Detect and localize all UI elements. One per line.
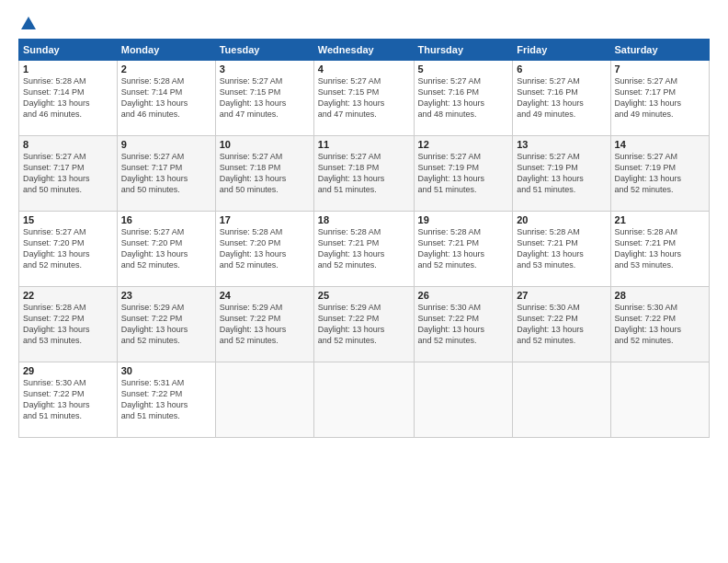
day-detail: Sunrise: 5:27 AM Sunset: 7:20 PM Dayligh… — [121, 226, 211, 271]
day-number: 9 — [121, 139, 211, 150]
col-header-saturday: Saturday — [610, 40, 709, 61]
calendar-cell: 25Sunrise: 5:29 AM Sunset: 7:22 PM Dayli… — [313, 287, 414, 362]
day-detail: Sunrise: 5:27 AM Sunset: 7:16 PM Dayligh… — [517, 75, 606, 121]
day-detail: Sunrise: 5:27 AM Sunset: 7:19 PM Dayligh… — [418, 151, 509, 196]
calendar-cell: 15Sunrise: 5:27 AM Sunset: 7:20 PM Dayli… — [19, 212, 118, 287]
header — [18, 17, 710, 28]
col-header-tuesday: Tuesday — [215, 40, 313, 61]
day-detail: Sunrise: 5:28 AM Sunset: 7:14 PM Dayligh… — [23, 75, 113, 121]
day-detail: Sunrise: 5:27 AM Sunset: 7:20 PM Dayligh… — [23, 226, 113, 271]
calendar-cell — [313, 362, 414, 438]
calendar-cell: 29Sunrise: 5:30 AM Sunset: 7:22 PM Dayli… — [19, 362, 118, 438]
calendar-cell: 19Sunrise: 5:28 AM Sunset: 7:21 PM Dayli… — [414, 212, 513, 287]
day-number: 12 — [418, 139, 509, 150]
calendar-cell: 2Sunrise: 5:28 AM Sunset: 7:14 PM Daylig… — [117, 61, 215, 136]
day-detail: Sunrise: 5:27 AM Sunset: 7:19 PM Dayligh… — [615, 151, 705, 196]
day-detail: Sunrise: 5:29 AM Sunset: 7:22 PM Dayligh… — [318, 302, 410, 347]
day-detail: Sunrise: 5:28 AM Sunset: 7:14 PM Dayligh… — [121, 75, 211, 121]
logo — [18, 17, 37, 28]
calendar-cell: 4Sunrise: 5:27 AM Sunset: 7:15 PM Daylig… — [313, 61, 414, 136]
calendar-cell: 22Sunrise: 5:28 AM Sunset: 7:22 PM Dayli… — [19, 287, 118, 362]
col-header-wednesday: Wednesday — [313, 40, 414, 61]
day-detail: Sunrise: 5:27 AM Sunset: 7:16 PM Dayligh… — [418, 75, 509, 121]
calendar-cell: 7Sunrise: 5:27 AM Sunset: 7:17 PM Daylig… — [610, 61, 709, 136]
day-detail: Sunrise: 5:27 AM Sunset: 7:15 PM Dayligh… — [318, 75, 410, 121]
day-number: 10 — [220, 139, 310, 150]
calendar-row-3: 22Sunrise: 5:28 AM Sunset: 7:22 PM Dayli… — [19, 287, 710, 362]
day-detail: Sunrise: 5:31 AM Sunset: 7:22 PM Dayligh… — [121, 377, 211, 422]
day-number: 2 — [121, 63, 211, 75]
day-number: 16 — [121, 214, 211, 225]
calendar-cell: 6Sunrise: 5:27 AM Sunset: 7:16 PM Daylig… — [513, 61, 610, 136]
day-number: 14 — [615, 139, 705, 150]
calendar-cell: 9Sunrise: 5:27 AM Sunset: 7:17 PM Daylig… — [117, 136, 215, 212]
calendar-cell: 17Sunrise: 5:28 AM Sunset: 7:20 PM Dayli… — [215, 212, 313, 287]
calendar-cell: 14Sunrise: 5:27 AM Sunset: 7:19 PM Dayli… — [610, 136, 709, 212]
calendar-cell — [610, 362, 709, 438]
calendar-cell: 10Sunrise: 5:27 AM Sunset: 7:18 PM Dayli… — [215, 136, 313, 212]
day-number: 23 — [121, 290, 211, 301]
day-detail: Sunrise: 5:27 AM Sunset: 7:17 PM Dayligh… — [23, 151, 113, 196]
day-number: 30 — [121, 365, 211, 376]
day-number: 1 — [23, 63, 113, 75]
col-header-sunday: Sunday — [19, 40, 118, 61]
calendar-cell: 30Sunrise: 5:31 AM Sunset: 7:22 PM Dayli… — [117, 362, 215, 438]
calendar-cell: 18Sunrise: 5:28 AM Sunset: 7:21 PM Dayli… — [313, 212, 414, 287]
svg-marker-0 — [21, 17, 36, 29]
calendar-cell — [215, 362, 313, 438]
day-detail: Sunrise: 5:27 AM Sunset: 7:17 PM Dayligh… — [121, 151, 211, 196]
calendar-cell: 27Sunrise: 5:30 AM Sunset: 7:22 PM Dayli… — [513, 287, 610, 362]
day-number: 22 — [23, 290, 113, 301]
calendar-cell: 1Sunrise: 5:28 AM Sunset: 7:14 PM Daylig… — [19, 61, 118, 136]
calendar-cell: 24Sunrise: 5:29 AM Sunset: 7:22 PM Dayli… — [215, 287, 313, 362]
calendar-cell: 3Sunrise: 5:27 AM Sunset: 7:15 PM Daylig… — [215, 61, 313, 136]
day-number: 4 — [318, 63, 410, 75]
day-detail: Sunrise: 5:28 AM Sunset: 7:21 PM Dayligh… — [517, 226, 606, 271]
calendar-cell: 16Sunrise: 5:27 AM Sunset: 7:20 PM Dayli… — [117, 212, 215, 287]
col-header-friday: Friday — [513, 40, 610, 61]
calendar-cell: 12Sunrise: 5:27 AM Sunset: 7:19 PM Dayli… — [414, 136, 513, 212]
day-detail: Sunrise: 5:27 AM Sunset: 7:19 PM Dayligh… — [517, 151, 606, 196]
day-detail: Sunrise: 5:27 AM Sunset: 7:17 PM Dayligh… — [615, 75, 705, 121]
col-header-monday: Monday — [117, 40, 215, 61]
calendar-cell: 20Sunrise: 5:28 AM Sunset: 7:21 PM Dayli… — [513, 212, 610, 287]
day-detail: Sunrise: 5:27 AM Sunset: 7:18 PM Dayligh… — [318, 151, 410, 196]
day-number: 29 — [23, 365, 113, 376]
day-number: 3 — [220, 63, 310, 75]
calendar-cell: 5Sunrise: 5:27 AM Sunset: 7:16 PM Daylig… — [414, 61, 513, 136]
day-detail: Sunrise: 5:27 AM Sunset: 7:15 PM Dayligh… — [220, 75, 310, 121]
day-detail: Sunrise: 5:29 AM Sunset: 7:22 PM Dayligh… — [121, 302, 211, 347]
day-number: 28 — [615, 290, 705, 301]
calendar-cell — [513, 362, 610, 438]
calendar-cell: 23Sunrise: 5:29 AM Sunset: 7:22 PM Dayli… — [117, 287, 215, 362]
day-detail: Sunrise: 5:30 AM Sunset: 7:22 PM Dayligh… — [517, 302, 606, 347]
calendar-row-1: 8Sunrise: 5:27 AM Sunset: 7:17 PM Daylig… — [19, 136, 710, 212]
calendar-cell: 8Sunrise: 5:27 AM Sunset: 7:17 PM Daylig… — [19, 136, 118, 212]
day-detail: Sunrise: 5:28 AM Sunset: 7:20 PM Dayligh… — [220, 226, 310, 271]
day-number: 24 — [220, 290, 310, 301]
day-number: 13 — [517, 139, 606, 150]
calendar-table: SundayMondayTuesdayWednesdayThursdayFrid… — [18, 39, 710, 438]
calendar-cell: 28Sunrise: 5:30 AM Sunset: 7:22 PM Dayli… — [610, 287, 709, 362]
day-detail: Sunrise: 5:28 AM Sunset: 7:21 PM Dayligh… — [318, 226, 410, 271]
col-header-thursday: Thursday — [414, 40, 513, 61]
day-number: 17 — [220, 214, 310, 225]
day-detail: Sunrise: 5:30 AM Sunset: 7:22 PM Dayligh… — [23, 377, 113, 422]
calendar-cell: 13Sunrise: 5:27 AM Sunset: 7:19 PM Dayli… — [513, 136, 610, 212]
day-detail: Sunrise: 5:30 AM Sunset: 7:22 PM Dayligh… — [418, 302, 509, 347]
page: SundayMondayTuesdayWednesdayThursdayFrid… — [0, 0, 728, 447]
calendar-row-0: 1Sunrise: 5:28 AM Sunset: 7:14 PM Daylig… — [19, 61, 710, 136]
day-detail: Sunrise: 5:28 AM Sunset: 7:21 PM Dayligh… — [418, 226, 509, 271]
day-number: 21 — [615, 214, 705, 225]
header-row: SundayMondayTuesdayWednesdayThursdayFrid… — [19, 40, 710, 61]
calendar-cell: 26Sunrise: 5:30 AM Sunset: 7:22 PM Dayli… — [414, 287, 513, 362]
day-number: 5 — [418, 63, 509, 75]
day-number: 25 — [318, 290, 410, 301]
day-detail: Sunrise: 5:30 AM Sunset: 7:22 PM Dayligh… — [615, 302, 705, 347]
calendar-cell — [414, 362, 513, 438]
logo-icon — [20, 15, 37, 31]
calendar-row-4: 29Sunrise: 5:30 AM Sunset: 7:22 PM Dayli… — [19, 362, 710, 438]
day-detail: Sunrise: 5:28 AM Sunset: 7:22 PM Dayligh… — [23, 302, 113, 347]
day-number: 7 — [615, 63, 705, 75]
day-number: 15 — [23, 214, 113, 225]
